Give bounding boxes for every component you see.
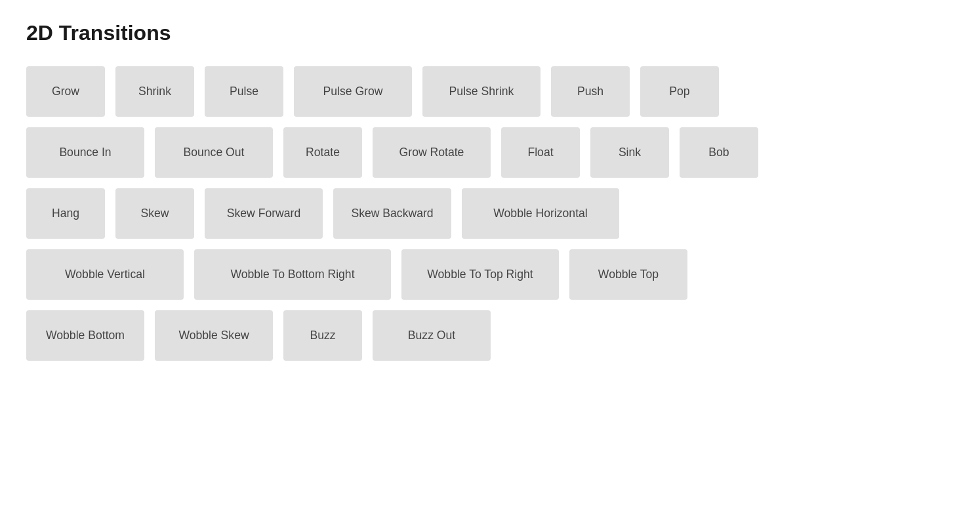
buttons-row: HangSkewSkew ForwardSkew BackwardWobble … xyxy=(26,188,954,239)
button-wobble-bottom[interactable]: Wobble Bottom xyxy=(26,310,144,361)
buttons-row: Wobble VerticalWobble To Bottom RightWob… xyxy=(26,249,954,300)
buttons-row: Wobble BottomWobble SkewBuzzBuzz Out xyxy=(26,310,954,361)
button-grow[interactable]: Grow xyxy=(26,66,105,117)
button-rotate[interactable]: Rotate xyxy=(283,127,362,178)
button-pulse[interactable]: Pulse xyxy=(205,66,283,117)
button-wobble-skew[interactable]: Wobble Skew xyxy=(155,310,273,361)
page-title: 2D Transitions xyxy=(26,21,954,45)
button-float[interactable]: Float xyxy=(501,127,580,178)
button-wobble-vertical[interactable]: Wobble Vertical xyxy=(26,249,184,300)
button-wobble-to-bottom-right[interactable]: Wobble To Bottom Right xyxy=(194,249,391,300)
button-skew[interactable]: Skew xyxy=(115,188,194,239)
button-wobble-horizontal[interactable]: Wobble Horizontal xyxy=(462,188,619,239)
button-skew-forward[interactable]: Skew Forward xyxy=(205,188,323,239)
button-shrink[interactable]: Shrink xyxy=(115,66,194,117)
buttons-row: GrowShrinkPulsePulse GrowPulse ShrinkPus… xyxy=(26,66,954,117)
button-buzz-out[interactable]: Buzz Out xyxy=(373,310,491,361)
button-pop[interactable]: Pop xyxy=(640,66,719,117)
button-grow-rotate[interactable]: Grow Rotate xyxy=(373,127,491,178)
buttons-row: Bounce InBounce OutRotateGrow RotateFloa… xyxy=(26,127,954,178)
button-hang[interactable]: Hang xyxy=(26,188,105,239)
button-push[interactable]: Push xyxy=(551,66,630,117)
button-skew-backward[interactable]: Skew Backward xyxy=(333,188,451,239)
button-buzz[interactable]: Buzz xyxy=(283,310,362,361)
button-pulse-grow[interactable]: Pulse Grow xyxy=(294,66,412,117)
buttons-grid: GrowShrinkPulsePulse GrowPulse ShrinkPus… xyxy=(26,66,954,361)
button-bob[interactable]: Bob xyxy=(680,127,758,178)
button-wobble-to-top-right[interactable]: Wobble To Top Right xyxy=(401,249,559,300)
button-bounce-out[interactable]: Bounce Out xyxy=(155,127,273,178)
button-pulse-shrink[interactable]: Pulse Shrink xyxy=(422,66,541,117)
button-bounce-in[interactable]: Bounce In xyxy=(26,127,144,178)
button-wobble-top[interactable]: Wobble Top xyxy=(569,249,687,300)
button-sink[interactable]: Sink xyxy=(590,127,669,178)
